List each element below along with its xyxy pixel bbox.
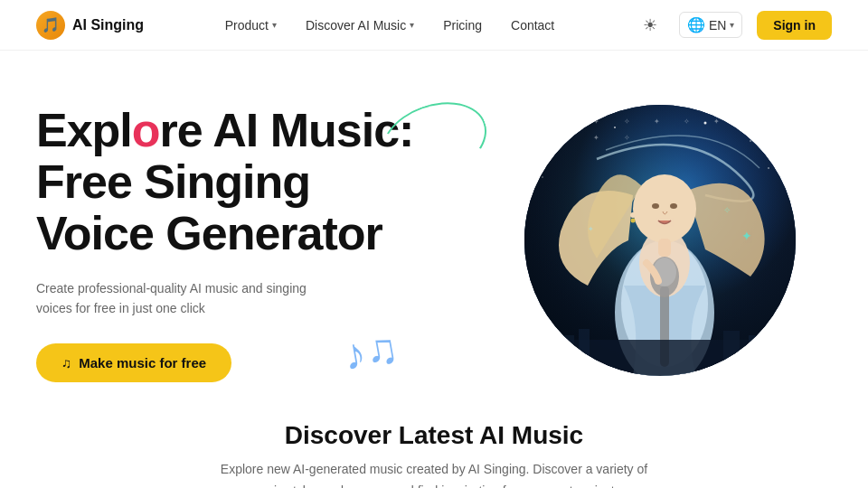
cursor-highlight: o xyxy=(132,104,160,156)
svg-rect-26 xyxy=(723,331,740,376)
nav-product[interactable]: Product ▾ xyxy=(225,18,277,33)
nav-discover-ai-music[interactable]: Discover AI Music ▾ xyxy=(306,18,414,33)
hero-image: ✦ ✧ ✦ xyxy=(524,105,796,376)
nav-links: Product ▾ Discover AI Music ▾ Pricing Co… xyxy=(225,18,555,33)
svg-rect-24 xyxy=(561,335,574,376)
svg-point-4 xyxy=(614,127,616,128)
svg-point-9 xyxy=(768,167,769,169)
lang-chevron-icon: ▾ xyxy=(730,20,734,30)
hero-title-line1: Explore AI Music: xyxy=(36,104,413,156)
svg-rect-23 xyxy=(533,326,552,376)
svg-text:✦: ✦ xyxy=(741,229,752,243)
svg-rect-25 xyxy=(579,329,590,376)
svg-point-3 xyxy=(578,117,580,119)
svg-point-2 xyxy=(551,131,552,133)
lang-label: EN xyxy=(709,18,726,33)
discover-subtitle: Explore new AI-generated music created b… xyxy=(217,459,651,488)
chevron-down-icon: ▾ xyxy=(272,20,277,30)
logo[interactable]: 🎵 AI Singing xyxy=(36,11,144,40)
language-selector[interactable]: 🌐 EN ▾ xyxy=(679,12,742,38)
svg-point-7 xyxy=(777,117,778,119)
nav-right: ☀ 🌐 EN ▾ Sign in xyxy=(636,11,832,40)
sun-icon: ☀ xyxy=(643,15,657,35)
hero-title-line2: Free Singing xyxy=(36,155,310,208)
hero-section: Explore AI Music: Free Singing Voice Gen… xyxy=(0,51,868,403)
sign-in-button[interactable]: Sign in xyxy=(757,11,832,40)
svg-point-15 xyxy=(670,203,677,209)
music-note-icon: ♫ xyxy=(61,355,71,371)
nav-pricing[interactable]: Pricing xyxy=(443,18,482,33)
svg-point-8 xyxy=(542,176,542,177)
discover-section: Discover Latest AI Music Explore new AI-… xyxy=(0,403,868,488)
singer-illustration: ✦ ✧ ✦ xyxy=(524,105,796,376)
svg-point-5 xyxy=(704,122,707,125)
music-note-decoration: ♪♫ xyxy=(340,322,402,380)
hero-subtitle: Create professional-quality AI music and… xyxy=(36,278,344,319)
svg-point-13 xyxy=(633,174,696,243)
make-music-button[interactable]: ♫ Make music for free xyxy=(36,343,231,382)
navbar: 🎵 AI Singing Product ▾ Discover AI Music… xyxy=(0,0,868,51)
theme-toggle-button[interactable]: ☀ xyxy=(636,11,665,40)
singer-svg: ✦ ✧ ✦ xyxy=(524,105,796,376)
logo-icon: 🎵 xyxy=(36,11,65,40)
svg-rect-28 xyxy=(767,326,785,376)
cta-label: Make music for free xyxy=(79,355,206,371)
svg-rect-27 xyxy=(749,335,761,376)
nav-contact[interactable]: Contact xyxy=(511,18,554,33)
svg-point-16 xyxy=(630,212,636,218)
chevron-down-icon: ▾ xyxy=(410,20,414,30)
globe-icon: 🌐 xyxy=(687,16,705,33)
svg-point-6 xyxy=(750,140,751,142)
logo-text: AI Singing xyxy=(72,17,144,33)
svg-text:✧: ✧ xyxy=(723,205,731,215)
logo-emoji: 🎵 xyxy=(42,16,60,33)
svg-rect-18 xyxy=(658,239,671,257)
svg-point-14 xyxy=(652,203,659,209)
discover-title: Discover Latest AI Music xyxy=(36,421,832,450)
hero-title: Explore AI Music: Free Singing Voice Gen… xyxy=(36,105,413,260)
svg-text:✦: ✦ xyxy=(588,225,594,233)
hero-title-line3: Voice Generator xyxy=(36,207,382,259)
svg-point-17 xyxy=(631,219,636,223)
